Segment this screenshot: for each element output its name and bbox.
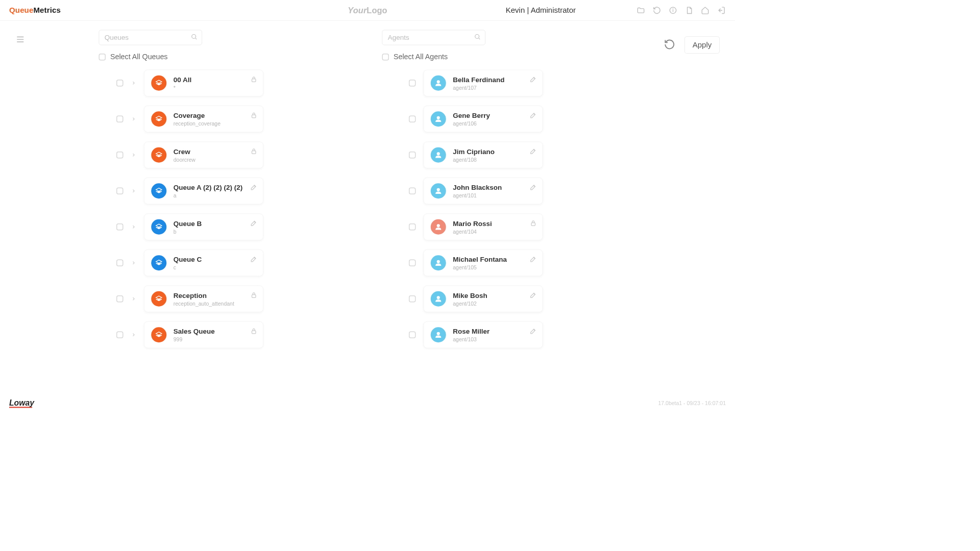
queue-row: Coverage reception_coverage (77, 106, 314, 133)
edit-icon[interactable] (529, 183, 537, 192)
stack-icon (151, 147, 166, 163)
queue-card[interactable]: Crew doorcrew (144, 142, 263, 169)
lock-icon[interactable] (250, 327, 258, 336)
user-icon (431, 291, 446, 307)
user-icon (431, 255, 446, 270)
footer-brand-text: Loway (9, 398, 34, 407)
agent-card[interactable]: Rose Miller agent/103 (424, 321, 543, 348)
agent-row: Gene Berry agent/106 (360, 106, 628, 133)
agent-checkbox[interactable] (409, 332, 416, 339)
queue-subtitle: 999 (174, 336, 215, 342)
logout-icon[interactable] (717, 6, 726, 15)
home-icon[interactable] (701, 6, 710, 15)
refresh-icon[interactable] (652, 6, 662, 15)
select-all-queues-row: Select All Queues (99, 53, 314, 62)
chevron-right-icon[interactable] (131, 81, 137, 86)
select-all-agents-checkbox[interactable] (382, 54, 389, 61)
queue-card[interactable]: Queue C c (144, 249, 263, 277)
agent-card-text: Michael Fontana agent/105 (453, 256, 507, 270)
queue-card[interactable]: 00 All * (144, 70, 263, 97)
lock-icon[interactable] (250, 76, 258, 85)
agent-card[interactable]: Jim Cipriano agent/108 (424, 142, 543, 169)
chevron-right-icon[interactable] (131, 332, 137, 338)
edit-icon[interactable] (529, 327, 537, 336)
queue-title: 00 All (174, 76, 192, 84)
edit-icon[interactable] (529, 291, 537, 300)
agent-card[interactable]: Mario Rossi agent/104 (424, 214, 543, 241)
agent-checkbox[interactable] (409, 188, 416, 195)
queue-card[interactable]: Queue B b (144, 214, 263, 241)
menu-toggle-icon[interactable] (15, 35, 26, 46)
agent-card[interactable]: Mike Bosh agent/102 (424, 286, 543, 313)
svg-marker-10 (156, 116, 162, 119)
queue-checkbox[interactable] (116, 295, 124, 303)
edit-icon[interactable] (250, 255, 258, 264)
queue-card[interactable]: Reception reception_auto_attendant (144, 286, 263, 313)
svg-rect-28 (531, 223, 535, 226)
agent-card[interactable]: Michael Fontana agent/105 (424, 249, 543, 277)
agents-search-wrap (382, 30, 486, 45)
agent-checkbox[interactable] (409, 116, 416, 123)
chevron-right-icon[interactable] (131, 153, 137, 158)
chevron-right-icon[interactable] (131, 224, 137, 230)
chevron-right-icon[interactable] (131, 296, 137, 302)
edit-icon[interactable] (529, 111, 537, 120)
agent-checkbox[interactable] (409, 295, 416, 303)
lock-icon[interactable] (250, 291, 258, 300)
stack-icon (151, 76, 166, 91)
folder-icon[interactable] (636, 6, 646, 15)
svg-marker-19 (156, 332, 162, 335)
chevron-right-icon[interactable] (131, 116, 137, 122)
svg-marker-8 (156, 80, 162, 83)
chevron-right-icon[interactable] (131, 188, 137, 194)
actions-bar: Apply (664, 36, 720, 54)
agents-search-input[interactable] (382, 30, 486, 45)
agent-subtitle: agent/104 (453, 228, 492, 234)
edit-icon[interactable] (529, 147, 537, 157)
agent-card[interactable]: Bella Ferdinand agent/107 (424, 70, 543, 97)
agent-card[interactable]: John Blackson agent/101 (424, 178, 543, 205)
refresh-button[interactable] (664, 38, 675, 52)
lock-icon[interactable] (250, 147, 258, 157)
search-icon[interactable] (474, 33, 481, 42)
queues-search-input[interactable] (99, 30, 203, 45)
queue-checkbox[interactable] (116, 188, 124, 195)
agent-checkbox[interactable] (409, 223, 416, 231)
svg-marker-12 (156, 152, 162, 155)
queues-list: 00 All * Coverage reception_coverage Cre… (77, 70, 314, 348)
queue-checkbox[interactable] (116, 80, 124, 87)
user-icon (431, 76, 446, 91)
search-icon[interactable] (191, 33, 198, 42)
document-icon[interactable] (684, 6, 694, 15)
lock-icon[interactable] (250, 111, 258, 120)
queue-subtitle: doorcrew (174, 156, 195, 162)
queue-checkbox[interactable] (116, 223, 124, 231)
agent-row: Mario Rossi agent/104 (360, 214, 628, 241)
agent-card[interactable]: Gene Berry agent/106 (424, 106, 543, 133)
apply-button[interactable]: Apply (684, 36, 720, 54)
queue-checkbox[interactable] (116, 260, 124, 267)
queue-checkbox[interactable] (116, 332, 124, 339)
agent-checkbox[interactable] (409, 152, 416, 159)
user-label[interactable]: Kevin | Administrator (506, 6, 576, 14)
edit-icon[interactable] (250, 219, 258, 229)
chevron-right-icon[interactable] (131, 260, 137, 266)
lock-icon[interactable] (529, 219, 537, 229)
queue-title: Reception (174, 291, 234, 299)
info-icon[interactable] (669, 6, 678, 15)
queue-card[interactable]: Sales Queue 999 (144, 321, 263, 348)
queue-card[interactable]: Queue A (2) (2) (2) (2) a (144, 178, 263, 205)
agent-checkbox[interactable] (409, 80, 416, 87)
queue-checkbox[interactable] (116, 116, 124, 123)
user-icon (431, 111, 446, 127)
edit-icon[interactable] (250, 183, 258, 192)
edit-icon[interactable] (529, 255, 537, 264)
agent-checkbox[interactable] (409, 260, 416, 267)
edit-icon[interactable] (529, 76, 537, 85)
svg-point-6 (192, 35, 196, 39)
queue-card[interactable]: Coverage reception_coverage (144, 106, 263, 133)
main-content: Select All Queues 00 All * Coverage rece… (0, 21, 735, 353)
select-all-queues-checkbox[interactable] (99, 54, 106, 61)
agent-name: Gene Berry (453, 112, 490, 120)
queue-checkbox[interactable] (116, 152, 124, 159)
